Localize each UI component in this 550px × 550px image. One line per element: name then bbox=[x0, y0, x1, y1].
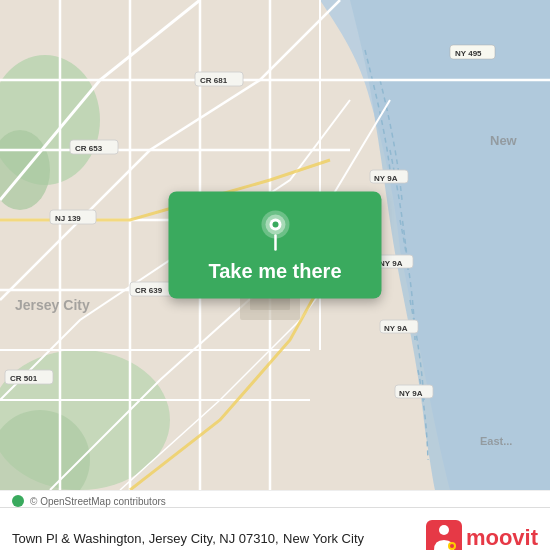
map-pin-icon bbox=[253, 208, 297, 252]
take-me-there-button[interactable]: Take me there bbox=[168, 192, 381, 299]
svg-text:NJ 139: NJ 139 bbox=[55, 214, 81, 223]
openstreetmap-circle bbox=[12, 495, 24, 507]
svg-point-45 bbox=[272, 222, 278, 228]
svg-text:NY 9A: NY 9A bbox=[399, 389, 423, 398]
city-line: New York City bbox=[283, 531, 364, 546]
svg-text:CR 681: CR 681 bbox=[200, 76, 228, 85]
svg-text:New: New bbox=[490, 133, 518, 148]
moovit-logo: moovit bbox=[426, 520, 538, 551]
svg-text:NY 495: NY 495 bbox=[455, 49, 482, 58]
address-line: Town Pl & Washington, Jersey City, NJ 07… bbox=[12, 531, 279, 546]
address-bar: © OpenStreetMap contributors bbox=[0, 490, 550, 507]
moovit-logo-icon bbox=[426, 520, 462, 551]
svg-text:CR 653: CR 653 bbox=[75, 144, 103, 153]
svg-text:CR 639: CR 639 bbox=[135, 286, 163, 295]
svg-text:East...: East... bbox=[480, 435, 512, 447]
bottom-bar: Town Pl & Washington, Jersey City, NJ 07… bbox=[0, 507, 550, 550]
cta-button-label: Take me there bbox=[208, 260, 341, 283]
svg-text:Jersey City: Jersey City bbox=[15, 297, 90, 313]
svg-point-49 bbox=[450, 544, 454, 548]
svg-text:NY 9A: NY 9A bbox=[379, 259, 403, 268]
svg-text:CR 501: CR 501 bbox=[10, 374, 38, 383]
address-text-container: Town Pl & Washington, Jersey City, NJ 07… bbox=[12, 529, 426, 547]
svg-text:NY 9A: NY 9A bbox=[374, 174, 398, 183]
svg-point-47 bbox=[439, 525, 449, 535]
map-container: NY 495 NY 495 CR 681 bbox=[0, 0, 550, 490]
attribution-text: © OpenStreetMap contributors bbox=[30, 496, 166, 507]
moovit-text: moovit bbox=[466, 525, 538, 551]
cta-overlay: Take me there bbox=[168, 192, 381, 299]
svg-text:NY 9A: NY 9A bbox=[384, 324, 408, 333]
